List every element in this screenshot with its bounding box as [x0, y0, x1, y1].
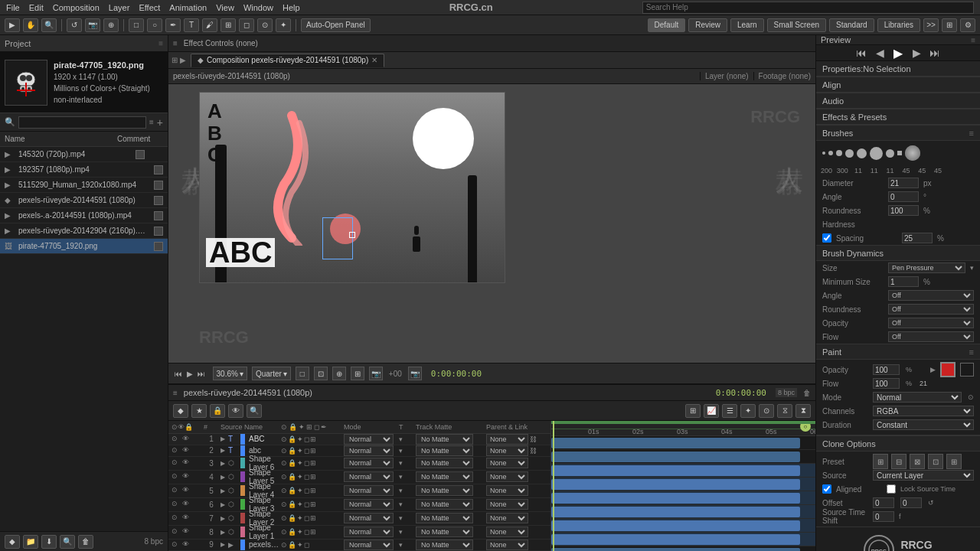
layer-mode-select[interactable]: Normal — [344, 499, 394, 510]
workspace-small-screen[interactable]: Small Screen — [767, 18, 826, 32]
audio-title[interactable]: Audio — [816, 93, 980, 109]
layer-matte-select[interactable]: No Matte — [416, 527, 473, 537]
tl-hide-btn[interactable]: 👁 — [228, 404, 243, 418]
brush-roundness-input[interactable] — [888, 205, 919, 216]
brush-preview[interactable] — [905, 145, 920, 161]
preview-panel-menu[interactable]: ≡ — [971, 36, 975, 44]
clone-preset-5[interactable]: ⊞ — [946, 454, 962, 469]
align-title[interactable]: Align — [816, 77, 980, 93]
layer-row[interactable]: ⊙👁 3 ▶ ⬡ Shape Layer 6 ⊙🔒✦◻⊞ Normal ▾ No… — [168, 457, 550, 471]
workspace-learn[interactable]: Learn — [730, 18, 764, 32]
layer-row[interactable]: ⊙👁 7 ▶ ⬡ Shape Layer 2 ⊙🔒✦◻⊞ Normal ▾ No… — [168, 512, 550, 526]
layer-matte-select[interactable]: No Matte — [416, 513, 473, 523]
layer-mode-select[interactable]: Normal — [344, 540, 394, 550]
preview-step-forward[interactable]: ▶ — [909, 45, 924, 60]
layer-matte[interactable]: No Matte — [416, 445, 485, 456]
track-bar-7[interactable] — [551, 520, 800, 531]
layer-expand-btn[interactable]: ▶ — [220, 501, 225, 508]
layer-link-icon[interactable]: ⛓ — [530, 435, 537, 443]
clone-source-select[interactable]: Current Layer — [873, 470, 974, 481]
brush-angle-input[interactable] — [888, 191, 919, 202]
clone-preset-2[interactable]: ⊟ — [891, 454, 906, 469]
menu-item-effect[interactable]: Effect — [139, 3, 160, 12]
tool-rotate[interactable]: ↺ — [67, 18, 82, 32]
layer-mode[interactable]: Normal — [344, 527, 397, 537]
layer-mode[interactable]: Normal — [344, 513, 397, 523]
track-bar-9[interactable] — [551, 548, 800, 551]
list-item[interactable]: ▶ pexels-.a-20144591 (1080p).mp4 — [0, 208, 168, 223]
zoom-in-btn[interactable]: ⊕ — [332, 367, 346, 380]
list-item[interactable]: ▶ pexels-rüveyde-20142904 (2160p).mp4 — [0, 223, 168, 239]
brush-dot-19[interactable] — [870, 147, 883, 160]
layer-parent-select[interactable]: None — [486, 499, 528, 510]
layer-mode[interactable]: Normal — [344, 540, 397, 550]
layer-matte[interactable]: No Matte — [416, 485, 485, 496]
clone-offset-y-input[interactable] — [900, 497, 922, 508]
layer-audio-icon[interactable]: ⊙ — [172, 435, 181, 444]
preview-skip-end[interactable]: ⏭ — [927, 45, 942, 60]
brush-dot-sq[interactable] — [897, 151, 902, 155]
track-bar-3[interactable] — [551, 465, 800, 476]
tl-expand-all[interactable]: ⊞ — [685, 404, 701, 418]
layer-matte-select[interactable]: No Matte — [416, 445, 473, 456]
clone-preset-3[interactable]: ⊠ — [910, 454, 925, 469]
tl-switches[interactable]: ⧗ — [795, 404, 811, 418]
menu-item-view[interactable]: View — [216, 3, 234, 12]
layer-expand-btn[interactable]: ▶ — [220, 474, 225, 481]
new-folder-btn[interactable]: 📁 — [23, 535, 38, 549]
layer-video-icon[interactable]: 👁 — [182, 446, 191, 455]
layer-matte-select[interactable]: No Matte — [416, 434, 473, 445]
tool-camera[interactable]: 📷 — [85, 18, 100, 32]
tl-lock-btn[interactable]: 🔒 — [210, 404, 225, 418]
tl-blending[interactable]: ⧖ — [777, 404, 792, 418]
layer-parent-select[interactable]: None — [486, 513, 528, 523]
track-bar-1[interactable] — [551, 438, 800, 448]
layer-row[interactable]: ⊙ 👁 9 ▶ ▶ pexels-...80p.mp4 ⊙🔒✦◻ Normal … — [168, 540, 550, 551]
tl-modes[interactable]: ☰ — [722, 404, 737, 418]
bd-flow-select[interactable]: Off — [888, 331, 974, 342]
layer-mode-select[interactable]: Normal — [344, 434, 394, 445]
bd-minsize-input[interactable] — [888, 276, 919, 287]
list-item[interactable]: ◆ pexels-rüveyde-20144591 (1080p) — [0, 193, 168, 208]
preview-step-back[interactable]: ◀ — [872, 45, 887, 60]
layer-mode-select[interactable]: Normal — [344, 458, 394, 468]
tool-mask-rect[interactable]: □ — [129, 18, 144, 32]
clone-time-shift-input[interactable] — [873, 511, 894, 522]
paint-eyedropper-btn[interactable]: ⊙ — [968, 393, 974, 401]
import-btn[interactable]: ⬇ — [41, 535, 57, 549]
auto-open-panel-btn[interactable]: Auto-Open Panel — [301, 18, 371, 32]
layer-parent-select[interactable]: None — [486, 471, 528, 482]
comp-tab-main[interactable]: ◆ Composition pexels-rüveyde-20144591 (1… — [191, 54, 384, 67]
layer-matte[interactable]: No Matte — [416, 471, 485, 482]
layer-matte-select[interactable]: No Matte — [416, 458, 473, 468]
layer-mode[interactable]: Normal — [344, 471, 397, 482]
layer-mode[interactable]: Normal — [344, 485, 397, 496]
workspace-default[interactable]: Default — [648, 18, 686, 32]
project-panel-menu[interactable]: ≡ — [158, 39, 163, 47]
layer-mode[interactable]: Normal — [344, 445, 397, 456]
layer-row[interactable]: ⊙👁 6 ▶ ⬡ Shape Layer 3 ⊙🔒✦◻⊞ Normal ▾ No… — [168, 498, 550, 512]
layer-parent-select[interactable]: None — [486, 445, 528, 456]
track-bar-2[interactable] — [551, 452, 800, 462]
track-bar-8[interactable] — [551, 534, 800, 545]
tl-graph-editor[interactable]: 📈 — [704, 404, 719, 418]
play-btn[interactable]: ▶ — [187, 370, 193, 378]
brush-dot-13[interactable] — [857, 148, 867, 158]
layer-matte-select[interactable]: No Matte — [416, 540, 473, 550]
layer-mode-select[interactable]: Normal — [344, 527, 394, 537]
composition-preview[interactable]: ABC ABC — [199, 92, 505, 283]
brush-spacing-checkbox[interactable] — [822, 233, 831, 243]
brush-dot-9b[interactable] — [886, 149, 894, 158]
bd-size-select[interactable]: Pen Pressure — [888, 262, 965, 273]
paint-duration-select[interactable]: Constant — [873, 419, 974, 430]
layer-mode-select[interactable]: Normal — [344, 445, 394, 456]
workspace-icons[interactable]: ⊞ — [942, 18, 957, 32]
layer-matte[interactable]: No Matte — [416, 540, 485, 550]
fit-btn[interactable]: ⊡ — [314, 367, 328, 380]
layer-parent-select[interactable]: None — [486, 434, 528, 445]
find-btn[interactable]: 🔍 — [60, 535, 75, 549]
tool-pan2[interactable]: ⊕ — [103, 18, 119, 32]
camera-btn[interactable]: 📷 — [408, 367, 422, 380]
layer-row[interactable]: ⊙👁 4 ▶ ⬡ Shape Layer 5 ⊙🔒✦◻⊞ Normal ▾ No… — [168, 471, 550, 484]
timeline-settings-btn[interactable]: 🗑 — [803, 389, 811, 397]
